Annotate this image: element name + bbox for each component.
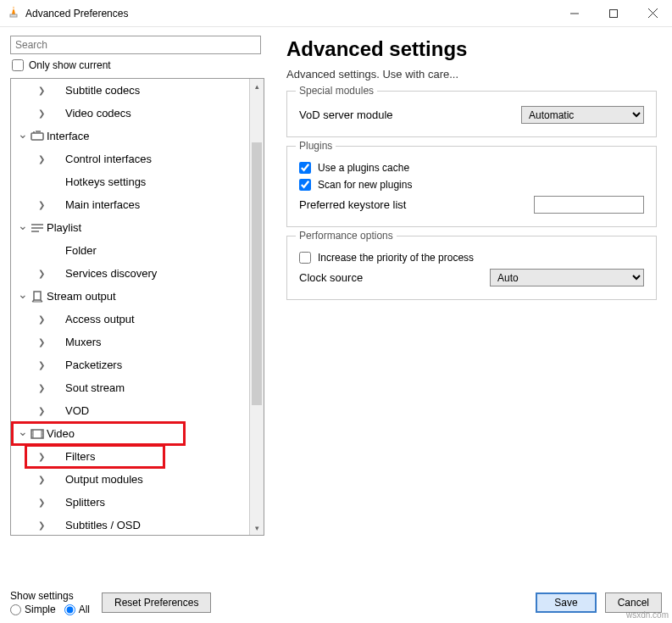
tree-item[interactable]: ❯Packetizers — [11, 353, 249, 376]
svg-rect-0 — [10, 14, 17, 17]
tree-item[interactable]: ⌄Stream output — [11, 285, 249, 308]
chevron-icon: ❯ — [35, 520, 48, 530]
scroll-thumb[interactable] — [252, 142, 262, 405]
tree-item[interactable]: ❯Video codecs — [11, 102, 249, 125]
group-legend: Plugins — [296, 140, 336, 152]
radio-simple[interactable]: Simple — [10, 604, 56, 615]
group-performance: Performance options Increase the priorit… — [286, 236, 657, 300]
tree-item[interactable]: ❯Muxers — [11, 331, 249, 353]
use-plugins-cache-label: Use a plugins cache — [318, 162, 409, 174]
chevron-icon: ❯ — [35, 314, 48, 324]
minimize-button[interactable] — [555, 0, 594, 27]
tree-item-label: Subtitle codecs — [65, 84, 140, 97]
vod-server-select[interactable]: Automatic — [521, 106, 644, 124]
only-show-current-checkbox[interactable] — [12, 59, 24, 71]
playlist-icon — [30, 222, 45, 234]
save-button[interactable]: Save — [536, 592, 596, 613]
tree-item[interactable]: Hotkeys settings — [11, 170, 249, 193]
radio-all[interactable]: All — [64, 604, 90, 615]
page-title: Advanced settings — [286, 37, 657, 61]
tree-item-label: Stream output — [47, 290, 116, 303]
tree-item-label: Filters — [65, 450, 95, 463]
svg-rect-3 — [610, 9, 618, 17]
group-special-modules: Special modules VoD server module Automa… — [286, 91, 657, 137]
tree-item-label: Output modules — [65, 473, 143, 486]
tree-item-label: Access output — [65, 313, 135, 325]
show-settings-label: Show settings — [10, 590, 90, 602]
tree-item-label: Packetizers — [65, 359, 122, 371]
reset-preferences-button[interactable]: Reset Preferences — [102, 592, 211, 613]
chevron-icon: ⌄ — [16, 219, 30, 232]
tree-item[interactable]: ❯Filters — [11, 445, 249, 468]
tree-item-label: Services discovery — [65, 267, 157, 280]
tree-item[interactable]: ❯Services discovery — [11, 262, 249, 285]
use-plugins-cache-checkbox[interactable] — [299, 162, 311, 174]
svg-point-18 — [31, 436, 32, 437]
chevron-icon: ❯ — [35, 108, 48, 118]
group-legend: Special modules — [296, 85, 377, 97]
chevron-icon: ⌄ — [16, 287, 30, 301]
svg-point-21 — [42, 436, 42, 437]
increase-priority-checkbox[interactable] — [299, 252, 311, 264]
svg-point-20 — [42, 433, 42, 434]
tree-item-label: Video codecs — [65, 107, 131, 120]
close-button[interactable] — [633, 0, 672, 27]
svg-rect-6 — [31, 133, 43, 140]
chevron-icon: ⌄ — [16, 425, 30, 438]
interface-icon — [30, 131, 45, 142]
tree-item[interactable]: ❯Subtitle codecs — [11, 79, 249, 102]
tree-item[interactable]: ⌄Video — [11, 422, 249, 445]
watermark: wsxdn.com — [626, 610, 669, 620]
chevron-icon: ❯ — [35, 498, 48, 507]
keystore-label: Preferred keystore list — [299, 198, 406, 211]
svg-point-19 — [42, 431, 42, 431]
increase-priority-label: Increase the priority of the process — [318, 252, 474, 264]
tree-item[interactable]: ⌄Interface — [11, 125, 249, 147]
tree-scrollbar[interactable]: ▴ ▾ — [249, 79, 264, 535]
chevron-icon: ❯ — [35, 200, 48, 209]
svg-rect-1 — [12, 8, 16, 9]
tree-item-label: Sout stream — [65, 381, 125, 394]
search-input[interactable] — [10, 36, 261, 54]
tree-item-label: Main interfaces — [65, 198, 140, 211]
scroll-up-icon[interactable]: ▴ — [250, 79, 264, 93]
tree-item[interactable]: Folder — [11, 239, 249, 262]
tree-item-label: Muxers — [65, 336, 102, 348]
tree-item[interactable]: ❯Subtitles / OSD — [11, 514, 249, 535]
scan-new-plugins-checkbox[interactable] — [299, 179, 311, 191]
svg-rect-12 — [34, 292, 41, 300]
svg-point-17 — [31, 433, 32, 434]
titlebar: Advanced Preferences — [0, 0, 672, 27]
svg-point-16 — [31, 431, 32, 431]
window-title: Advanced Preferences — [25, 8, 128, 19]
tree-item[interactable]: ❯Output modules — [11, 468, 249, 491]
clock-source-select[interactable]: Auto — [490, 269, 644, 286]
tree-item[interactable]: ❯Control interfaces — [11, 147, 249, 170]
maximize-button[interactable] — [594, 0, 633, 27]
chevron-icon: ❯ — [35, 452, 48, 461]
stream-icon — [30, 291, 45, 303]
main-panel: Advanced settings Advanced settings. Use… — [271, 27, 672, 582]
preferences-tree[interactable]: ❯Subtitle codecs❯Video codecs⌄Interface❯… — [11, 79, 249, 535]
tree-item[interactable]: ❯Access output — [11, 308, 249, 331]
chevron-icon: ❯ — [35, 383, 48, 392]
tree-item[interactable]: ❯Sout stream — [11, 376, 249, 399]
tree-item[interactable]: ❯Splitters — [11, 491, 249, 514]
tree-item-label: Video — [47, 427, 75, 440]
scroll-down-icon[interactable]: ▾ — [250, 520, 264, 535]
chevron-icon: ⌄ — [16, 127, 30, 141]
group-legend: Performance options — [296, 230, 397, 242]
group-plugins: Plugins Use a plugins cache Scan for new… — [286, 146, 657, 227]
bottom-bar: Show settings Simple All Reset Preferenc… — [0, 582, 672, 623]
keystore-input[interactable] — [534, 196, 644, 214]
tree-item[interactable]: ❯Main interfaces — [11, 193, 249, 216]
tree-item[interactable]: ⌄Playlist — [11, 216, 249, 239]
chevron-icon: ❯ — [35, 269, 48, 278]
tree-item[interactable]: ❯VOD — [11, 399, 249, 422]
clock-source-label: Clock source — [299, 271, 363, 284]
video-icon — [30, 428, 45, 440]
chevron-icon: ❯ — [35, 337, 48, 347]
tree-item-label: Hotkeys settings — [65, 175, 146, 188]
tree-item-label: Interface — [47, 130, 90, 142]
tree-item-label: Playlist — [47, 221, 81, 234]
